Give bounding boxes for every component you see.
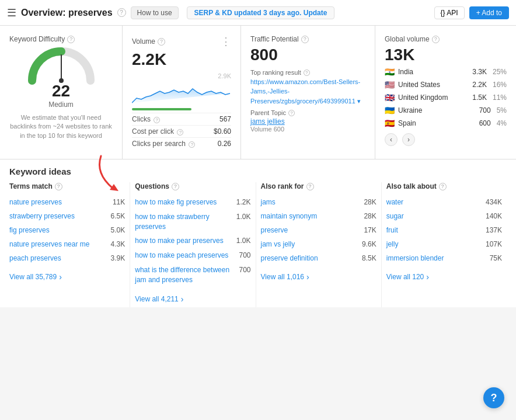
cps-help-icon[interactable]: ?: [189, 141, 195, 148]
list-item: jelly107K: [386, 237, 502, 251]
list-item: nature preserves11K: [9, 195, 125, 209]
keyword-link[interactable]: nature preserves near me: [9, 240, 89, 248]
clicks-bar: [132, 108, 191, 110]
keyword-link[interactable]: water: [386, 198, 403, 206]
questions-help-icon[interactable]: ?: [172, 183, 179, 190]
country-row: 🇺🇦 Ukraine 700 5%: [385, 104, 507, 117]
country-name: Ukraine: [398, 106, 476, 114]
list-item: preserve definition8.5K: [261, 251, 376, 265]
list-item: jam vs jelly9.6K: [261, 237, 376, 251]
cpc-help-icon[interactable]: ?: [177, 129, 183, 136]
global-nav: ‹ ›: [385, 133, 507, 146]
top-ranking-label: Top ranking result ?: [250, 69, 365, 76]
volume-chart: 2.9K: [132, 72, 231, 105]
parent-topic-volume: Volume 600: [250, 126, 365, 133]
top-ranking-help-icon[interactable]: ?: [304, 70, 310, 76]
country-volume: 600: [479, 119, 491, 127]
keyword-link[interactable]: strawberry preserves: [9, 212, 75, 220]
list-item: how to make strawberry preserves1.0K: [135, 210, 250, 234]
volume-help-icon[interactable]: ?: [158, 38, 165, 46]
country-name: United States: [398, 81, 469, 89]
kd-label: Medium: [9, 100, 113, 109]
list-item: peach preserves3.9K: [9, 251, 125, 265]
addto-button[interactable]: + Add to: [469, 6, 509, 19]
volume-options-icon[interactable]: ⋮: [221, 35, 231, 48]
terms-match-view-all-icon: ›: [59, 272, 62, 282]
keyword-volume: 28K: [364, 198, 376, 206]
questions-list: how to make fig preserves1.2Khow to make…: [135, 195, 250, 287]
keyword-link[interactable]: jams: [261, 198, 276, 206]
api-button[interactable]: {} API: [434, 6, 465, 19]
terms-match-view-all[interactable]: View all 35,789 ›: [9, 269, 125, 285]
keyword-link[interactable]: preserve: [261, 226, 288, 234]
questions-column: Questions ? how to make fig preserves1.2…: [130, 182, 256, 307]
clicks-help-icon[interactable]: ?: [154, 117, 160, 123]
list-item: preserve17K: [261, 223, 376, 237]
keyword-link[interactable]: how to make strawberry preserves: [135, 212, 232, 232]
also-talk-about-header: Also talk about ?: [386, 182, 502, 190]
title-help-icon[interactable]: ?: [117, 8, 126, 17]
country-flag: 🇺🇸: [385, 80, 395, 89]
keyword-link[interactable]: how to make peach preserves: [135, 251, 234, 261]
cpc-label: Cost per click ?: [132, 127, 183, 136]
also-rank-view-all[interactable]: View all 1,016 ›: [261, 269, 376, 285]
country-row: 🇮🇳 India 3.3K 25%: [385, 65, 507, 78]
global-help-icon[interactable]: ?: [432, 36, 440, 43]
also-rank-for-header: Also rank for ?: [261, 182, 376, 190]
country-flag: 🇬🇧: [385, 93, 395, 102]
keyword-link[interactable]: how to make pear preserves: [135, 236, 232, 246]
keyword-link[interactable]: preserve definition: [261, 254, 318, 262]
traffic-card: Traffic Potential ? 800 Top ranking resu…: [241, 26, 375, 159]
keyword-ideas-columns: Terms match ? nature preserves11Kstrawbe…: [9, 182, 507, 307]
global-prev-button[interactable]: ‹: [385, 133, 398, 146]
also-rank-for-help-icon[interactable]: ?: [306, 183, 314, 190]
keyword-link[interactable]: peach preserves: [9, 254, 61, 262]
keyword-volume: 137K: [486, 226, 502, 234]
also-talk-about-help-icon[interactable]: ?: [439, 183, 447, 190]
cpc-stat-row: Cost per click ? $0.60: [132, 125, 231, 137]
keyword-link[interactable]: jam vs jelly: [261, 240, 295, 248]
list-item: immersion blender75K: [386, 251, 502, 265]
global-card: Global volume ? 13K 🇮🇳 India 3.3K 25% 🇺🇸…: [375, 26, 516, 159]
menu-icon[interactable]: ☰: [7, 6, 16, 19]
country-pct: 11%: [493, 93, 507, 102]
country-volume: 1.5K: [472, 93, 487, 102]
country-flag: 🇮🇳: [385, 67, 395, 77]
cps-label: Clicks per search ?: [132, 140, 195, 148]
keyword-volume: 700: [239, 265, 250, 274]
keyword-link[interactable]: jelly: [386, 240, 399, 248]
also-talk-view-all[interactable]: View all 120 ›: [386, 269, 502, 285]
keyword-link[interactable]: fruit: [386, 226, 398, 234]
traffic-help-icon[interactable]: ?: [301, 36, 309, 43]
keyword-volume: 6.5K: [111, 212, 125, 220]
keyword-link[interactable]: sugar: [386, 212, 404, 220]
kd-help-icon[interactable]: ?: [67, 36, 75, 43]
country-volume: 3.3K: [472, 68, 487, 76]
list-item: fig preserves5.0K: [9, 223, 125, 237]
country-volume: 2.2K: [472, 81, 487, 89]
keyword-link[interactable]: immersion blender: [386, 254, 444, 262]
parent-topic-link[interactable]: jams jellies: [250, 117, 285, 126]
global-next-button[interactable]: ›: [402, 133, 415, 146]
keyword-volume: 8.5K: [362, 254, 376, 262]
terms-match-help-icon[interactable]: ?: [55, 183, 62, 190]
keyword-link[interactable]: fig preserves: [9, 226, 50, 234]
also-rank-for-column: Also rank for ? jams28Kmaintain synonym2…: [256, 182, 382, 307]
global-countries-list: 🇮🇳 India 3.3K 25% 🇺🇸 United States 2.2K …: [385, 65, 507, 130]
parent-topic-help-icon[interactable]: ?: [288, 110, 295, 116]
keyword-volume: 140K: [486, 212, 502, 220]
keyword-link[interactable]: how to make fig preserves: [135, 197, 232, 207]
keyword-volume: 17K: [364, 226, 376, 234]
keyword-link[interactable]: what is the difference between jam and p…: [135, 265, 234, 285]
cpc-value: $0.60: [214, 127, 231, 136]
ranking-url-link[interactable]: https://www.amazon.com/Best-Sellers-Jams…: [250, 78, 361, 105]
questions-view-all[interactable]: View all 4,211 ›: [135, 291, 250, 307]
keyword-volume: 9.6K: [362, 240, 376, 248]
page-title: Overview: preserves: [21, 8, 113, 18]
also-talk-about-list: water434Ksugar140Kfruit137Kjelly107Kimme…: [386, 195, 502, 265]
keyword-link[interactable]: nature preserves: [9, 198, 62, 206]
howto-button[interactable]: How to use: [131, 6, 179, 19]
keyword-link[interactable]: maintain synonym: [261, 212, 318, 220]
also-rank-view-all-icon: ›: [306, 272, 309, 282]
help-fab-button[interactable]: ?: [483, 387, 504, 408]
